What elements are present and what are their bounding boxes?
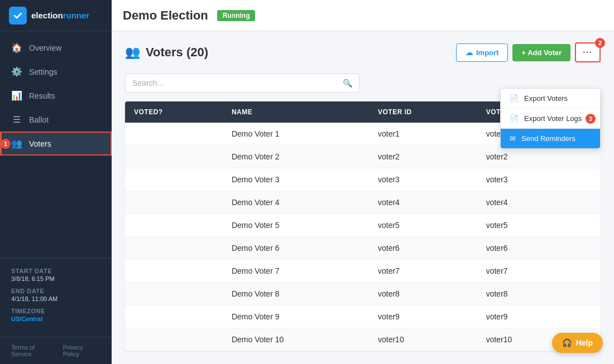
add-voter-button[interactable]: + Add Voter [512,44,570,61]
results-icon: 📊 [11,90,22,101]
search-bar: 🔍 [125,74,359,93]
cell-voter-id: voter8 [369,283,477,305]
privacy-policy-link[interactable]: Privacy Policy [63,344,100,357]
table-row[interactable]: Demo Voter 8 voter8 voter8 [125,283,601,305]
annotation-badge-2: 2 [595,38,605,48]
sidebar-footer: Terms of Service Privacy Policy [0,337,112,364]
voters-actions: ☁ Import + Add Voter ··· 2 [456,42,601,62]
sidebar-item-label: Voters [29,139,51,148]
table-row[interactable]: Demo Voter 3 voter3 voter3 [125,168,601,191]
settings-icon: ⚙️ [11,66,22,77]
cell-voter-key: voter3 [477,168,601,191]
sidebar-item-label: Settings [29,67,57,76]
status-badge: Running [217,10,256,21]
election-title: Demo Election [123,8,208,23]
send-reminders-item[interactable]: ✉ Send Reminders 3 [501,129,600,148]
search-icon: 🔍 [343,79,352,88]
cell-voted [125,145,223,168]
add-voter-label: + Add Voter [521,48,562,57]
logo-icon [9,7,27,25]
sidebar-item-settings[interactable]: ⚙️ Settings [0,60,112,84]
cell-voter-id: voter3 [369,168,477,191]
cell-voter-id: voter1 [369,123,477,145]
ellipsis-icon: ··· [583,48,593,57]
cell-voted [125,168,223,191]
ballot-icon: ☰ [11,114,22,125]
cell-voter-key: voter4 [477,191,601,214]
sidebar-item-label: Results [29,91,55,100]
cell-voter-id: voter5 [369,214,477,237]
table-row[interactable]: Demo Voter 7 voter7 voter7 [125,260,601,283]
export-logs-icon: 📄 [510,114,519,123]
home-icon: 🏠 [11,42,22,53]
cell-voted [125,237,223,260]
help-button[interactable]: 🎧 Help [552,333,603,353]
cell-name: Demo Voter 9 [223,305,369,328]
cell-voter-id: voter6 [369,237,477,260]
sidebar-logo: electionrunner [0,0,112,31]
timezone-label: TIMEZONE [11,308,100,314]
search-input[interactable] [132,79,338,88]
sidebar-item-overview[interactable]: 🏠 Overview [0,36,112,60]
help-icon: 🎧 [562,338,572,347]
annotation-badge-3: 3 [586,114,596,124]
cell-voter-id: voter2 [369,145,477,168]
start-date-value: 3/8/18, 6:15 PM [11,275,100,282]
cell-voter-key: voter6 [477,237,601,260]
sidebar-item-label: Overview [29,43,61,52]
cell-name: Demo Voter 5 [223,214,369,237]
help-label: Help [576,338,593,347]
cell-voter-key: voter5 [477,214,601,237]
email-icon: ✉ [510,134,516,143]
cell-name: Demo Voter 2 [223,145,369,168]
sidebar-item-voters[interactable]: 👥 Voters 1 [0,132,112,156]
cell-voter-id: voter10 [369,328,477,351]
table-row[interactable]: Demo Voter 9 voter9 voter9 [125,305,601,328]
cell-name: Demo Voter 7 [223,260,369,283]
cell-name: Demo Voter 6 [223,237,369,260]
voters-count-title: Voters (20) [146,45,208,60]
sidebar-nav: 🏠 Overview ⚙️ Settings 📊 Results ☰ Ballo… [0,31,112,258]
sidebar-item-ballot[interactable]: ☰ Ballot [0,108,112,132]
cell-voted [125,328,223,351]
cell-voter-id: voter9 [369,305,477,328]
dropdown-menu: 📄 Export Voters 📄 Export Voter Logs ✉ Se… [500,88,601,149]
export-voters-item[interactable]: 📄 Export Voters [501,89,600,109]
table-row[interactable]: Demo Voter 4 voter4 voter4 [125,191,601,214]
cell-voter-id: voter7 [369,260,477,283]
end-date-value: 4/1/18, 11:00 AM [11,295,100,302]
voters-list: Demo Voter 1 voter1 voter1 Demo Voter 2 … [125,123,601,351]
cell-voter-key: voter9 [477,305,601,328]
cell-name: Demo Voter 10 [223,328,369,351]
sidebar-item-results[interactable]: 📊 Results [0,84,112,108]
logo-text: electionrunner [31,11,89,20]
col-voted: VOTED? [125,101,223,123]
cell-name: Demo Voter 1 [223,123,369,145]
cloud-upload-icon: ☁ [466,48,473,57]
cell-voter-id: voter4 [369,191,477,214]
terms-of-service-link[interactable]: Terms of Service [11,344,56,357]
cell-name: Demo Voter 8 [223,283,369,305]
table-row[interactable]: Demo Voter 5 voter5 voter5 [125,214,601,237]
annotation-badge-1: 1 [1,139,11,149]
start-date-label: START DATE [11,268,100,274]
end-date-label: END DATE [11,288,100,294]
timezone-value: US/Central [11,316,100,322]
cell-name: Demo Voter 4 [223,191,369,214]
table-row[interactable]: Demo Voter 6 voter6 voter6 [125,237,601,260]
cell-voted [125,214,223,237]
import-button[interactable]: ☁ Import [456,43,508,62]
cell-voted [125,123,223,145]
sidebar: electionrunner 🏠 Overview ⚙️ Settings 📊 … [0,0,112,364]
export-icon: 📄 [510,94,519,103]
cell-voted [125,283,223,305]
cell-voted [125,260,223,283]
col-name: NAME [223,101,369,123]
table-row[interactable]: Demo Voter 10 voter10 voter10 [125,328,601,351]
more-options-button[interactable]: ··· 2 [575,42,601,62]
voters-header: 👥 Voters (20) ☁ Import + Add Voter ··· [125,42,601,62]
cell-voter-key: voter8 [477,283,601,305]
sidebar-meta: START DATE 3/8/18, 6:15 PM END DATE 4/1/… [0,258,112,337]
voters-title: 👥 Voters (20) [125,45,208,60]
voters-section-icon: 👥 [125,45,140,60]
